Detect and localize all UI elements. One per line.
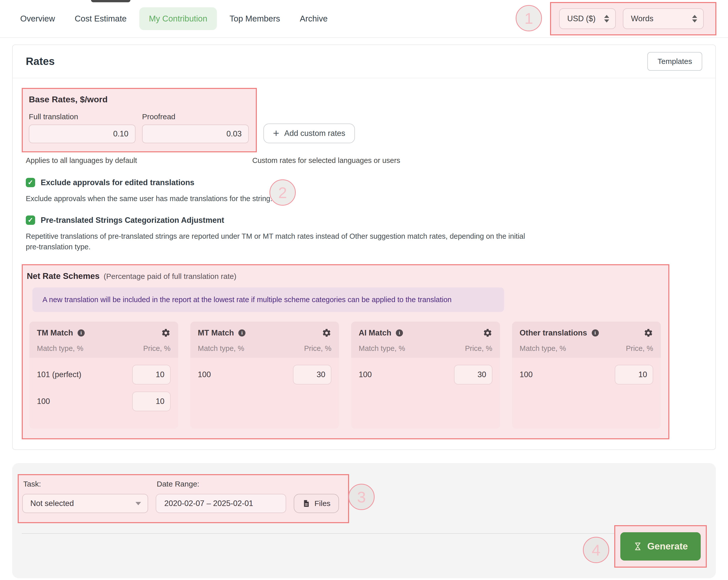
tab-overview[interactable]: Overview bbox=[20, 14, 55, 24]
tm-match-card: TM Match i Match type, % Price, % 101 (p… bbox=[29, 322, 178, 429]
table-row: 100 10 bbox=[520, 365, 653, 385]
report-generator-panel: 3 4 Task: Not selected Date Range: 2020-… bbox=[12, 463, 716, 578]
table-row: 101 (perfect) 10 bbox=[37, 365, 171, 385]
gear-icon[interactable] bbox=[483, 328, 492, 338]
date-range-input[interactable]: 2020-02-07 – 2025-02-01 bbox=[156, 494, 286, 513]
price-column-label: Price, % bbox=[465, 344, 492, 353]
annotation-step-3: 3 bbox=[348, 484, 374, 510]
tm-100-price-input[interactable]: 10 bbox=[132, 391, 171, 411]
check-icon: ✓ bbox=[28, 178, 33, 187]
base-rates-heading: Base Rates, $/word bbox=[29, 94, 249, 104]
net-rate-schemes-subheading: (Percentage paid of full translation rat… bbox=[104, 272, 236, 281]
tab-my-contribution[interactable]: My Contribution bbox=[139, 7, 217, 30]
tab-cost-estimate[interactable]: Cost Estimate bbox=[75, 14, 127, 24]
generate-button[interactable]: Generate bbox=[620, 532, 701, 560]
gear-icon[interactable] bbox=[161, 328, 171, 338]
task-select[interactable]: Not selected bbox=[22, 494, 148, 513]
add-custom-rates-label: Add custom rates bbox=[284, 129, 345, 138]
mt-100-price-input[interactable]: 30 bbox=[293, 365, 331, 385]
ai-match-card: AI Match i Match type, % Price, % 100 30 bbox=[351, 322, 500, 429]
info-icon[interactable]: i bbox=[238, 329, 245, 336]
match-type-value: 100 bbox=[37, 397, 50, 406]
match-type-value: 100 bbox=[520, 370, 533, 379]
price-column-label: Price, % bbox=[626, 344, 653, 353]
report-tabs-bar: Overview Cost Estimate My Contribution T… bbox=[0, 0, 728, 38]
unit-value: Words bbox=[631, 14, 653, 23]
select-arrows-icon bbox=[692, 15, 697, 23]
add-custom-rates-button[interactable]: + Add custom rates bbox=[263, 123, 355, 143]
tab-top-members[interactable]: Top Members bbox=[230, 14, 280, 24]
annotation-box-toolbar: USD ($) Words bbox=[550, 2, 717, 35]
custom-rates-note: Custom rates for selected languages or u… bbox=[252, 156, 400, 165]
full-translation-rate-input[interactable]: 0.10 bbox=[29, 125, 135, 143]
files-button[interactable]: Files bbox=[294, 494, 339, 513]
cutoff-tooltip-remnant bbox=[91, 0, 130, 2]
option-pretranslated-adjustment: ✓ Pre-translated Strings Categorization … bbox=[26, 216, 702, 252]
exclude-approvals-description: Exclude approvals when the same user has… bbox=[26, 193, 539, 204]
other-translations-card: Other translations i Match type, % Price… bbox=[512, 322, 661, 429]
net-rate-schemes-heading: Net Rate Schemes bbox=[27, 271, 100, 281]
hourglass-icon bbox=[633, 542, 642, 551]
date-range-label: Date Range: bbox=[157, 480, 286, 488]
lowest-rate-info-banner: A new translation will be included in th… bbox=[32, 287, 504, 312]
match-type-column-label: Match type, % bbox=[37, 344, 83, 353]
task-select-value: Not selected bbox=[30, 499, 74, 508]
mt-match-card: MT Match i Match type, % Price, % 100 30 bbox=[190, 322, 339, 429]
pretranslated-adjustment-label: Pre-translated Strings Categorization Ad… bbox=[41, 216, 224, 225]
plus-icon: + bbox=[273, 128, 279, 139]
file-icon bbox=[302, 499, 310, 507]
full-translation-label: Full translation bbox=[29, 112, 135, 121]
rates-card-body: 2 Base Rates, $/word Full translation Pr… bbox=[12, 78, 716, 449]
files-button-label: Files bbox=[314, 499, 330, 508]
generate-button-label: Generate bbox=[647, 541, 688, 552]
annotation-box-task-daterange: Task: Not selected Date Range: 2020-02-0… bbox=[18, 474, 349, 523]
exclude-approvals-label: Exclude approvals for edited translation… bbox=[41, 178, 194, 187]
other-100-price-input[interactable]: 10 bbox=[615, 365, 653, 385]
table-row: 100 30 bbox=[359, 365, 492, 385]
option-exclude-approvals: ✓ Exclude approvals for edited translati… bbox=[26, 178, 702, 204]
info-icon[interactable]: i bbox=[396, 329, 403, 336]
match-type-value: 101 (perfect) bbox=[37, 370, 81, 379]
currency-value: USD ($) bbox=[567, 14, 596, 23]
match-type-value: 100 bbox=[359, 370, 372, 379]
tm-match-title: TM Match bbox=[37, 328, 73, 337]
ai-100-price-input[interactable]: 30 bbox=[454, 365, 492, 385]
mt-match-title: MT Match bbox=[198, 328, 234, 337]
proofread-label: Proofread bbox=[142, 112, 249, 121]
table-row: 100 10 bbox=[37, 391, 171, 411]
info-icon[interactable]: i bbox=[78, 329, 85, 336]
info-icon[interactable]: i bbox=[592, 329, 599, 336]
match-type-column-label: Match type, % bbox=[359, 344, 405, 353]
rates-card: Rates Templates 2 Base Rates, $/word Ful… bbox=[12, 45, 716, 450]
match-type-value: 100 bbox=[198, 370, 211, 379]
pretranslated-adjustment-checkbox[interactable]: ✓ bbox=[26, 216, 35, 225]
proofread-rate-input[interactable]: 0.03 bbox=[142, 125, 249, 143]
annotation-box-base-rates: Base Rates, $/word Full translation Proo… bbox=[22, 88, 257, 152]
annotation-box-generate: Generate bbox=[614, 525, 707, 568]
price-column-label: Price, % bbox=[304, 344, 331, 353]
task-label: Task: bbox=[23, 480, 148, 488]
gear-icon[interactable] bbox=[322, 328, 331, 338]
gear-icon[interactable] bbox=[644, 328, 653, 338]
check-icon: ✓ bbox=[28, 216, 33, 224]
tm-101-price-input[interactable]: 10 bbox=[132, 365, 171, 385]
pretranslated-adjustment-description: Repetitive translations of pre-translate… bbox=[26, 231, 539, 252]
match-type-column-label: Match type, % bbox=[198, 344, 244, 353]
price-column-label: Price, % bbox=[143, 344, 171, 353]
rates-card-header: Rates Templates bbox=[12, 45, 716, 78]
page-title: Rates bbox=[26, 55, 55, 67]
match-type-column-label: Match type, % bbox=[520, 344, 566, 353]
annotation-step-1: 1 bbox=[516, 5, 542, 31]
tab-archive[interactable]: Archive bbox=[300, 14, 328, 24]
exclude-approvals-checkbox[interactable]: ✓ bbox=[26, 178, 35, 187]
annotation-box-net-rate-schemes: Net Rate Schemes (Percentage paid of ful… bbox=[22, 264, 669, 439]
ai-match-title: AI Match bbox=[359, 328, 391, 337]
templates-button[interactable]: Templates bbox=[647, 52, 702, 71]
table-row: 100 30 bbox=[198, 365, 332, 385]
unit-select[interactable]: Words bbox=[623, 8, 704, 29]
base-rates-note: Applies to all languages by default bbox=[26, 156, 252, 165]
chevron-down-icon bbox=[135, 502, 141, 505]
currency-select[interactable]: USD ($) bbox=[559, 8, 616, 29]
select-arrows-icon bbox=[604, 15, 609, 23]
other-translations-title: Other translations bbox=[520, 328, 587, 337]
